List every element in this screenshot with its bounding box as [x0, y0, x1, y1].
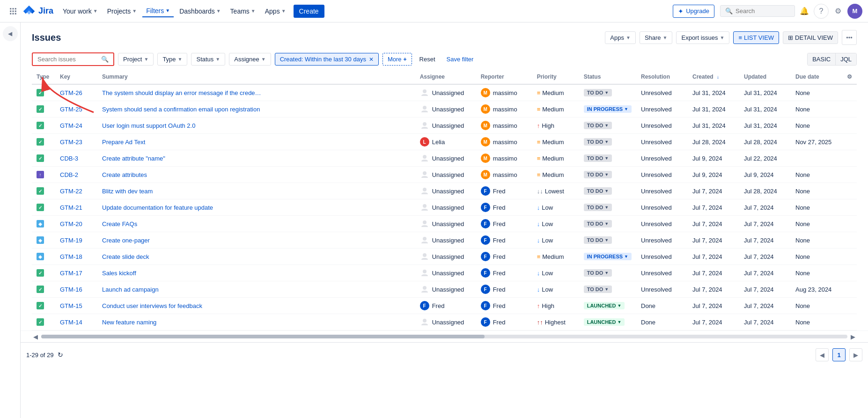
cell-summary[interactable]: The system should display an error messa… [97, 84, 415, 101]
page-1-button[interactable]: 1 [832, 348, 846, 361]
cell-summary[interactable]: Conduct user interviews for feedback [97, 298, 415, 314]
more-options-button[interactable]: ••• [842, 30, 857, 45]
cell-status[interactable]: TO DO ▼ [579, 117, 636, 134]
project-filter[interactable]: Project ▼ [118, 53, 154, 66]
col-updated[interactable]: Updated [739, 70, 791, 84]
cell-status[interactable]: LAUNCHED ▼ [579, 314, 636, 330]
list-view-button[interactable]: ≡ LIST VIEW [733, 31, 779, 44]
cell-key[interactable]: GTM-26 [55, 84, 97, 101]
search-input[interactable] [736, 7, 778, 15]
type-filter[interactable]: Type ▼ [157, 53, 187, 66]
save-filter-button[interactable]: Save filter [443, 53, 478, 65]
cell-summary[interactable]: Prepare Ad Text [97, 134, 415, 150]
assignee-filter[interactable]: Assignee ▼ [229, 53, 271, 66]
col-priority[interactable]: Priority [532, 70, 579, 84]
cell-summary[interactable]: Update documentation for feature update [97, 199, 415, 216]
cell-status[interactable]: IN PROGRESS ▼ [579, 101, 636, 117]
cell-key[interactable]: GTM-17 [55, 265, 97, 281]
status-filter[interactable]: Status ▼ [191, 53, 225, 66]
reset-button[interactable]: Reset [416, 53, 439, 65]
cell-key[interactable]: GTM-18 [55, 249, 97, 265]
prev-page-button[interactable]: ◀ [816, 348, 829, 361]
cell-status[interactable]: TO DO ▼ [579, 216, 636, 232]
cell-status[interactable]: TO DO ▼ [579, 84, 636, 101]
cell-key[interactable]: GTM-20 [55, 216, 97, 232]
cell-summary[interactable]: Blitz with dev team [97, 183, 415, 199]
jql-button[interactable]: JQL [836, 53, 856, 65]
cell-status[interactable]: TO DO ▼ [579, 199, 636, 216]
refresh-icon[interactable]: ↻ [58, 351, 63, 359]
notifications-icon[interactable]: 🔔 [797, 4, 812, 19]
cell-status[interactable]: TO DO ▼ [579, 281, 636, 298]
search-issues-box[interactable]: 🔍 [32, 52, 114, 66]
topnav-search[interactable]: 🔍 [720, 5, 795, 17]
cell-summary[interactable]: Create one-pager [97, 232, 415, 249]
created-filter-active[interactable]: Created: Within the last 30 days ✕ [275, 53, 379, 66]
cell-summary[interactable]: Create slide deck [97, 249, 415, 265]
col-settings[interactable]: ⚙ [842, 70, 857, 84]
cell-key[interactable]: CDB-2 [55, 167, 97, 183]
cell-key[interactable]: GTM-15 [55, 298, 97, 314]
cell-summary[interactable]: Create FAQs [97, 216, 415, 232]
col-assignee[interactable]: Assignee [415, 70, 476, 84]
cell-status[interactable]: TO DO ▼ [579, 183, 636, 199]
basic-button[interactable]: BASIC [808, 53, 836, 65]
close-icon[interactable]: ✕ [369, 56, 374, 63]
scrollbar-track[interactable] [41, 335, 847, 338]
cell-key[interactable]: GTM-21 [55, 199, 97, 216]
sidebar-expand-arrow[interactable]: ◀ [3, 26, 18, 41]
cell-status[interactable]: TO DO ▼ [579, 134, 636, 150]
nav-filters[interactable]: Filters ▼ [142, 5, 174, 17]
next-page-button[interactable]: ▶ [849, 348, 862, 361]
cell-key[interactable]: GTM-22 [55, 183, 97, 199]
cell-status[interactable]: LAUNCHED ▼ [579, 298, 636, 314]
cell-summary[interactable]: User login must support OAuth 2.0 [97, 117, 415, 134]
cell-status[interactable]: TO DO ▼ [579, 167, 636, 183]
app-switcher-icon[interactable] [6, 4, 21, 19]
cell-summary[interactable]: Create attribute "name" [97, 150, 415, 167]
settings-columns-icon[interactable]: ⚙ [847, 73, 852, 80]
col-status[interactable]: Status [579, 70, 636, 84]
detail-view-button[interactable]: ⊞ DETAIL VIEW [783, 31, 838, 44]
cell-status[interactable]: TO DO ▼ [579, 232, 636, 249]
cell-key[interactable]: GTM-25 [55, 101, 97, 117]
cell-key[interactable]: GTM-16 [55, 281, 97, 298]
nav-teams[interactable]: Teams ▼ [227, 6, 259, 17]
share-button[interactable]: Share ▼ [640, 31, 673, 44]
col-resolution[interactable]: Resolution [636, 70, 688, 84]
create-button[interactable]: Create [294, 5, 324, 18]
cell-key[interactable]: GTM-19 [55, 232, 97, 249]
settings-icon[interactable]: ⚙ [831, 4, 846, 19]
cell-status[interactable]: TO DO ▼ [579, 150, 636, 167]
col-created[interactable]: Created ↓ [688, 70, 739, 84]
more-filter[interactable]: More + [383, 53, 412, 66]
cell-key[interactable]: GTM-14 [55, 314, 97, 330]
scroll-right-arrow[interactable]: ▶ [849, 333, 857, 340]
user-avatar[interactable]: M [847, 4, 862, 19]
col-due-date[interactable]: Due date [791, 70, 842, 84]
cell-summary[interactable]: System should send a confirmation email … [97, 101, 415, 117]
nav-projects[interactable]: Projects ▼ [103, 6, 140, 17]
cell-summary[interactable]: New feature naming [97, 314, 415, 330]
nav-apps[interactable]: Apps ▼ [261, 6, 290, 17]
nav-dashboards[interactable]: Dashboards ▼ [176, 6, 224, 17]
scrollbar-thumb[interactable] [41, 335, 485, 338]
cell-summary[interactable]: Launch ad campaign [97, 281, 415, 298]
upgrade-button[interactable]: ✦ Upgrade [673, 5, 714, 18]
cell-key[interactable]: GTM-24 [55, 117, 97, 134]
cell-status[interactable]: IN PROGRESS ▼ [579, 249, 636, 265]
cell-summary[interactable]: Sales kickoff [97, 265, 415, 281]
col-key[interactable]: Key [55, 70, 97, 84]
cell-key[interactable]: CDB-3 [55, 150, 97, 167]
col-summary[interactable]: Summary [97, 70, 415, 84]
col-type[interactable]: Type [32, 70, 55, 84]
export-button[interactable]: Export issues ▼ [676, 31, 729, 44]
search-issues-input[interactable] [37, 56, 98, 63]
horizontal-scrollbar[interactable]: ◀ ▶ [21, 330, 868, 342]
nav-your-work[interactable]: Your work ▼ [59, 6, 102, 17]
cell-summary[interactable]: Create attributes [97, 167, 415, 183]
jira-logo[interactable]: Jira [22, 5, 53, 18]
apps-button[interactable]: Apps ▼ [605, 31, 636, 44]
cell-key[interactable]: GTM-23 [55, 134, 97, 150]
help-icon[interactable]: ? [814, 4, 829, 19]
